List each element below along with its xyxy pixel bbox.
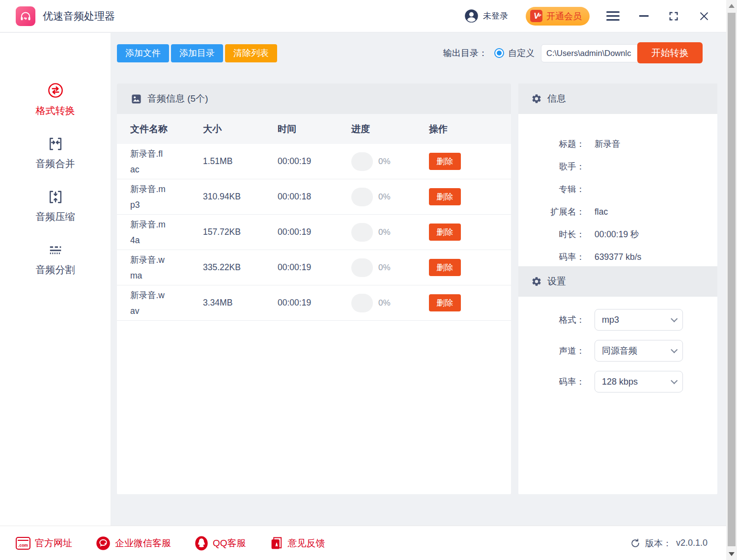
info-field: 码率： 639377 kb/s xyxy=(518,246,717,268)
delete-button[interactable]: 删除 xyxy=(429,188,461,205)
vip-button-label: 开通会员 xyxy=(546,10,582,22)
file-duration: 00:00:19 xyxy=(278,156,351,167)
file-panel-header: 音频信息 (5个) xyxy=(117,84,511,114)
footer: .com 官方网址 企业微信客服 QQ客服 xyxy=(0,526,726,560)
info-field: 标题： 新录音 xyxy=(518,133,717,155)
delete-button[interactable]: 删除 xyxy=(429,224,461,241)
sidebar-item-format-convert[interactable]: 格式转换 xyxy=(36,81,75,117)
sidebar-item-audio-compress[interactable]: 音频压缩 xyxy=(36,188,75,224)
sidebar-item-label: 音频合并 xyxy=(36,157,75,170)
col-size: 大小 xyxy=(203,123,278,136)
progress-percent: 0% xyxy=(378,192,391,202)
delete-button[interactable]: 删除 xyxy=(429,294,461,311)
scroll-up-icon[interactable] xyxy=(729,4,735,8)
table-row: 新录音.wav 3.34MB 00:00:19 0% 删除 xyxy=(117,285,511,321)
sidebar-item-audio-merge[interactable]: 音频合并 xyxy=(36,135,75,170)
info-field-label: 时长： xyxy=(518,228,585,240)
footer-link-feedback[interactable]: 意见反馈 xyxy=(270,536,325,551)
close-button[interactable] xyxy=(699,11,709,22)
scrollbar-thumb[interactable] xyxy=(728,13,736,546)
settings-field: 声道： 同源音频 xyxy=(518,340,717,362)
refresh-icon xyxy=(630,538,641,549)
scroll-down-icon[interactable] xyxy=(729,552,735,556)
start-convert-button[interactable]: 开始转换 xyxy=(637,42,703,63)
footer-link-wechat-support[interactable]: 企业微信客服 xyxy=(96,536,171,551)
audio-file-panel: 音频信息 (5个) 文件名称 大小 时间 进度 操作 新录音.flac 1.51… xyxy=(117,84,511,494)
audio-merge-icon xyxy=(47,135,64,153)
progress-indicator xyxy=(351,152,373,171)
settings-panel-title: 设置 xyxy=(547,275,566,288)
vip-icon: VIP xyxy=(530,10,542,22)
footer-link-label: 官方网址 xyxy=(35,537,72,550)
settings-panel-header: 设置 xyxy=(518,266,717,297)
open-vip-button[interactable]: VIP 开通会员 xyxy=(526,7,590,26)
progress-percent: 0% xyxy=(378,263,391,273)
channel-select[interactable]: 同源音频 xyxy=(595,340,683,362)
info-field-label: 扩展名： xyxy=(518,206,585,218)
info-panel-title: 信息 xyxy=(547,92,566,105)
maximize-icon xyxy=(668,11,679,22)
gear-icon xyxy=(531,93,542,104)
feedback-icon xyxy=(270,536,283,551)
file-duration: 00:00:19 xyxy=(278,262,351,273)
version-info: 版本： v2.0.1.0 xyxy=(630,537,708,549)
progress-percent: 0% xyxy=(378,227,391,237)
delete-button[interactable]: 删除 xyxy=(429,259,461,276)
version-value: v2.0.1.0 xyxy=(676,538,708,548)
settings-field-label: 声道： xyxy=(518,345,585,357)
footer-link-official-site[interactable]: .com 官方网址 xyxy=(16,537,72,550)
dotcom-icon: .com xyxy=(16,537,30,550)
info-field-value: 00:00:19 秒 xyxy=(595,228,639,240)
right-panel: 信息 标题： 新录音 歌手： 专辑： 扩展名： flac xyxy=(518,84,717,494)
info-field-label: 专辑： xyxy=(518,183,585,195)
app-window: 优速音频处理器 未登录 VIP 开通会员 xyxy=(0,0,737,560)
settings-field: 格式： mp3 xyxy=(518,309,717,331)
delete-button[interactable]: 删除 xyxy=(429,153,461,170)
footer-link-label: 意见反馈 xyxy=(288,537,325,550)
info-field: 扩展名： flac xyxy=(518,200,717,223)
info-field: 时长： 00:00:19 秒 xyxy=(518,223,717,246)
chevron-down-icon xyxy=(671,315,678,322)
login-status[interactable]: 未登录 xyxy=(464,9,508,23)
file-size: 1.51MB xyxy=(203,156,278,167)
gear-icon xyxy=(531,276,542,287)
info-fields: 标题： 新录音 歌手： 专辑： 扩展名： flac 时长： 00:00: xyxy=(518,114,717,268)
format-select-value: mp3 xyxy=(602,315,619,325)
channel-select-value: 同源音频 xyxy=(602,345,637,357)
image-icon xyxy=(131,93,142,105)
add-directory-button[interactable]: 添加目录 xyxy=(171,44,223,62)
settings-fields: 格式： mp3 声道： 同源音频 码率： 128 kb xyxy=(518,309,717,402)
info-field-label: 码率： xyxy=(518,251,585,263)
bitrate-select[interactable]: 128 kbps xyxy=(595,371,683,392)
login-status-label: 未登录 xyxy=(483,10,508,22)
chevron-down-icon xyxy=(671,346,678,353)
clear-list-button[interactable]: 清除列表 xyxy=(225,44,277,62)
sidebar: 格式转换 音频合并 音频压缩 xyxy=(0,33,111,526)
table-row: 新录音.wma 335.22KB 00:00:19 0% 删除 xyxy=(117,250,511,285)
headphones-icon xyxy=(19,10,32,23)
custom-radio[interactable] xyxy=(494,48,504,58)
progress-percent: 0% xyxy=(378,157,391,167)
avatar-icon xyxy=(464,9,479,23)
window-scrollbar[interactable] xyxy=(726,0,737,560)
audio-compress-icon xyxy=(47,188,64,206)
info-field-label: 标题： xyxy=(518,138,585,150)
file-size: 157.72KB xyxy=(203,227,278,237)
file-name: 新录音.wma xyxy=(130,252,167,283)
close-icon xyxy=(699,11,709,22)
file-name: 新录音.mp3 xyxy=(130,181,167,213)
sidebar-item-audio-split[interactable]: 音频分割 xyxy=(36,241,75,277)
wechat-icon xyxy=(96,536,111,551)
file-size: 335.22KB xyxy=(203,262,278,273)
format-select[interactable]: mp3 xyxy=(595,309,683,331)
maximize-button[interactable] xyxy=(668,11,679,22)
custom-radio-label: 自定义 xyxy=(508,47,535,59)
footer-link-qq-support[interactable]: QQ客服 xyxy=(195,536,246,551)
minimize-button[interactable] xyxy=(639,15,649,17)
sidebar-item-label: 音频压缩 xyxy=(36,210,75,224)
add-file-button[interactable]: 添加文件 xyxy=(117,44,169,62)
output-directory-label: 输出目录： xyxy=(443,47,487,59)
menu-button[interactable] xyxy=(606,11,620,21)
settings-field: 码率： 128 kbps xyxy=(518,371,717,392)
file-name: 新录音.flac xyxy=(130,146,167,177)
